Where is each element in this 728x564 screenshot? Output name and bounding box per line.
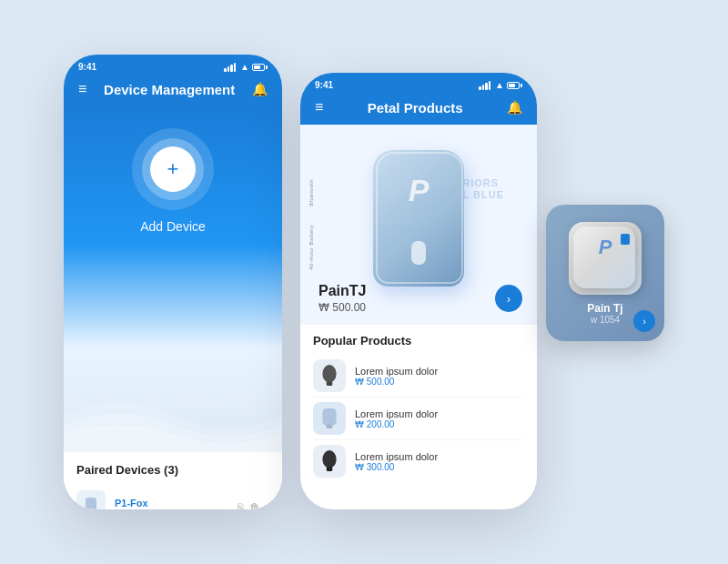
device-sub-p1fox: Skin Care Beauty1 (115, 509, 228, 509)
left-notification-icon[interactable]: 🔔 (252, 82, 268, 96)
device-name-p1fox: P1-Fox (115, 498, 228, 509)
wifi-icon: ▲ (240, 62, 249, 72)
right-battery-icon (507, 82, 522, 89)
main-scene: 9:41 ▲ ≡ Device Management 🔔 (64, 55, 664, 509)
card-arrow-button[interactable]: › (633, 310, 655, 332)
device-icon-p1fox (76, 490, 106, 509)
signal-icon (224, 63, 236, 72)
label-battery: 40-Hour Battery (308, 225, 314, 270)
right-nav-bar: ≡ Petal Products 🔔 (300, 94, 537, 125)
right-menu-icon[interactable]: ≡ (315, 99, 323, 116)
left-menu-icon[interactable]: ≡ (78, 81, 86, 97)
add-device-button[interactable]: + (150, 146, 196, 192)
popular-item-price-2: ₩ 200.00 (355, 419, 438, 429)
add-device-outer-ring: + (132, 128, 214, 210)
popular-title: Popular Products (313, 334, 524, 347)
svg-point-12 (322, 450, 336, 468)
carousel-arrow-button[interactable]: › (495, 285, 522, 312)
paired-title: Paired Devices (3) (76, 463, 269, 477)
right-wifi-icon: ▲ (495, 80, 504, 90)
product-carousel: Bluetooth 40-Hour Battery WARRIORSROYAL … (300, 125, 537, 325)
device-item-p1fox[interactable]: P1-Fox Skin Care Beauty1 ⎘ 🗑 › (76, 484, 269, 509)
popular-item-1[interactable]: Lorem ipsum dolor ₩ 500.00 (313, 355, 524, 398)
popular-icon-3 (313, 445, 346, 478)
device-info-p1fox: P1-Fox Skin Care Beauty1 (115, 498, 228, 509)
battery-icon (252, 64, 268, 71)
popular-section: Popular Products Lorem ipsum dolor ₩ 500… (300, 325, 537, 491)
popular-item-info-3: Lorem ipsum dolor ₩ 300.00 (355, 451, 438, 472)
popular-item-name-1: Lorem ipsum dolor (355, 366, 438, 377)
delete-icon-p1fox[interactable]: 🗑 (249, 501, 260, 509)
popular-item-2[interactable]: Lorem ipsum dolor ₩ 200.00 (313, 398, 524, 440)
product-info-overlay: PainTJ ₩ 500.00 (318, 283, 366, 314)
popular-item-price-3: ₩ 300.00 (355, 462, 438, 472)
chevron-icon-p1fox[interactable]: › (266, 501, 269, 509)
svg-rect-11 (327, 425, 333, 428)
right-notification-icon[interactable]: 🔔 (507, 100, 522, 115)
popular-item-3[interactable]: Lorem ipsum dolor ₩ 300.00 (313, 440, 524, 482)
device-actions-p1fox: ⎘ 🗑 › (238, 501, 269, 509)
carousel-product-price: ₩ 500.00 (318, 301, 366, 314)
card-product-sub: w 1054 (591, 315, 620, 325)
popular-item-name-2: Lorem ipsum dolor (355, 408, 438, 419)
right-status-bar: 9:41 ▲ (300, 73, 537, 94)
add-device-area: + Add Device (64, 106, 282, 452)
svg-rect-9 (327, 382, 333, 386)
svg-rect-0 (86, 498, 96, 509)
copy-icon-p1fox[interactable]: ⎘ (238, 501, 244, 509)
popular-item-info-2: Lorem ipsum dolor ₩ 200.00 (355, 408, 438, 429)
popular-icon-2 (313, 402, 346, 435)
right-nav-title: Petal Products (368, 100, 463, 116)
right-time: 9:41 (315, 80, 333, 90)
popular-icon-1 (313, 359, 346, 392)
paired-section: Paired Devices (3) P1-Fox Skin Care Beau… (64, 452, 282, 509)
right-phone: 9:41 ▲ ≡ Petal Products 🔔 (300, 73, 537, 509)
svg-rect-10 (322, 408, 336, 426)
left-phone: 9:41 ▲ ≡ Device Management 🔔 (64, 55, 282, 509)
carousel-product-name: PainTJ (318, 283, 366, 299)
floating-product-card[interactable]: P Pain Tj w 1054 › (546, 205, 664, 341)
left-status-bar: 9:41 ▲ (64, 55, 282, 76)
wave-decoration (64, 361, 282, 452)
card-product-name: Pain Tj (587, 302, 622, 315)
right-signal-icon (479, 81, 490, 90)
left-status-icons: ▲ (224, 62, 268, 72)
popular-item-price-1: ₩ 500.00 (355, 377, 438, 387)
left-nav-title: Device Management (104, 82, 235, 97)
svg-point-8 (322, 365, 336, 383)
svg-rect-13 (327, 468, 333, 471)
label-bluetooth: Bluetooth (308, 179, 314, 206)
card-device-image: P (569, 222, 642, 295)
popular-item-name-3: Lorem ipsum dolor (355, 451, 438, 462)
right-status-icons: ▲ (479, 80, 522, 90)
add-device-middle-ring: + (142, 138, 204, 200)
popular-item-info-1: Lorem ipsum dolor ₩ 500.00 (355, 366, 438, 387)
left-nav-bar: ≡ Device Management 🔔 (64, 76, 282, 106)
left-time: 9:41 (78, 62, 96, 72)
add-device-label[interactable]: Add Device (140, 219, 206, 234)
